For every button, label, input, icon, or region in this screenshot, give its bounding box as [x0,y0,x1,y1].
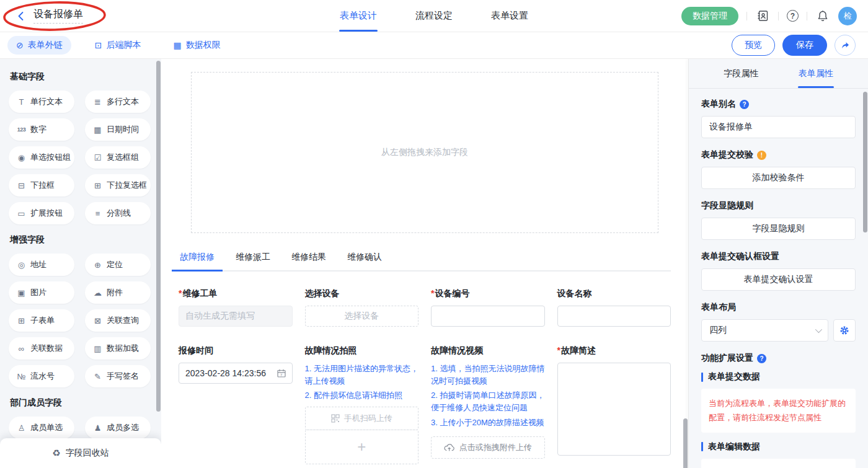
divider [746,12,747,20]
field-recycle-bin[interactable]: ♻ 字段回收站 [0,438,161,468]
tab-form-design[interactable]: 表单设计 [340,0,377,32]
tab-label: 表单设置 [491,10,528,22]
field-select-device[interactable]: 选择设备 选择设备 [305,288,419,327]
canvas-scrollbar[interactable] [683,418,688,468]
cloud-icon: ☁ [93,288,102,298]
field-repair-order[interactable]: *维修工单 自动生成无需填写 [179,288,293,327]
field-label: 设备名称 [557,288,671,299]
device-no-input[interactable] [431,306,545,327]
field-label: 报修时间 [179,345,293,356]
field-pill-subform[interactable]: ⊞子表单 [9,309,74,332]
submit-confirm-button[interactable]: 表单提交确认设置 [701,268,856,291]
pill-label: 单行文本 [30,96,63,107]
field-device-no[interactable]: *设备编号 [431,288,545,327]
field-pill-datetime[interactable]: ▦日期时间 [85,118,151,141]
field-pill-multi-dropdown[interactable]: ⊞下拉复选框 [85,174,151,196]
field-fault-photo[interactable]: 故障情况拍照 1. 无法用图片描述的异常状态，请上传视频 2. 配件损坏信息请详… [305,345,419,468]
help-question-icon[interactable]: ? [757,354,766,363]
add-photo-button[interactable]: + [305,430,419,464]
dropzone-hint: 从左侧拖拽来添加字段 [381,147,468,158]
notification-bell-icon[interactable] [815,9,830,24]
field-pill-single-text[interactable]: T单行文本 [9,91,74,113]
user-avatar[interactable]: 检 [838,7,857,25]
form-alias-input[interactable]: 设备报修单 [701,116,856,138]
field-pill-multi-text[interactable]: ≣多行文本 [85,91,151,113]
tab-field-properties[interactable]: 字段属性 [724,59,758,88]
page-title[interactable]: 设备报修单 [33,8,83,24]
pill-label: 附件 [107,287,123,298]
field-pill-divider[interactable]: ≡分割线 [85,202,151,224]
data-permission-icon: ▦ [173,40,181,50]
phone-scan-upload-label: 手机扫码上传 [344,413,392,424]
tab-repair-result[interactable]: 维修结果 [290,252,327,270]
visibility-rule-button[interactable]: 字段显隐规则 [701,218,856,240]
fault-desc-textarea[interactable] [557,363,671,456]
tab-flow-setting[interactable]: 流程设定 [415,0,453,32]
field-fault-desc[interactable]: *故障简述 [557,345,671,468]
field-pill-attachment[interactable]: ☁附件 [85,281,151,304]
pill-label: 扩展按钮 [30,208,63,219]
tab-repair-dispatch[interactable]: 维修派工 [234,252,272,270]
field-pill-relation-query[interactable]: ⊠关联查询 [85,309,151,332]
field-pill-locate[interactable]: ⊕定位 [85,254,151,276]
sidebar-scrollbar[interactable] [156,61,161,412]
panel-scrollbar[interactable] [863,92,867,232]
field-pill-member-single[interactable]: ♙成员单选 [9,417,74,439]
save-button[interactable]: 保存 [782,35,827,56]
device-name-input[interactable] [557,306,671,327]
form-layout-label: 表单布局 [701,302,856,313]
preview-button[interactable]: 预览 [732,35,775,56]
field-dropzone[interactable]: 从左侧拖拽来添加字段 [191,72,658,233]
field-pill-dropdown[interactable]: ⊟下拉框 [9,174,74,196]
add-check-condition-button[interactable]: 添加校验条件 [701,167,856,189]
select-device-button[interactable]: 选择设备 [305,306,419,327]
field-pill-relation-data[interactable]: ∞关联数据 [9,337,74,360]
recycle-label: 字段回收站 [66,448,109,459]
tab-label: 流程设定 [415,10,453,22]
section-title-enhanced-fields: 增强字段 [10,234,161,245]
field-fault-video[interactable]: 故障情况视频 1. 选填，当拍照无法说明故障情况时可拍摄视频 2. 拍摄时请简单… [431,345,545,468]
enhanced-fields-grid: ◎地址 ⊕定位 ▣图片 ☁附件 ⊞子表单 ⊠关联查询 ∞关联数据 ▥数据加载 №… [9,254,161,387]
field-pill-member-multi[interactable]: ♟成员多选 [85,417,151,439]
field-pill-data-load[interactable]: ▥数据加载 [85,337,151,360]
field-pill-checkbox-group[interactable]: ☑复选框组 [85,146,151,169]
tab-repair-confirm[interactable]: 维修确认 [346,252,383,270]
qr-code-icon [331,414,340,423]
tab-label: 字段属性 [724,68,758,79]
field-pill-number[interactable]: 123数字 [9,118,74,141]
field-pill-image[interactable]: ▣图片 [9,281,74,304]
calendar-icon: 7 [277,369,286,377]
visibility-rule-label: 字段显隐规则 [701,200,856,211]
back-button[interactable] [15,10,27,22]
attachment-upload-button[interactable]: 点击或拖拽附件上传 [431,436,545,459]
share-button[interactable] [835,35,856,56]
script-icon: ⊡ [95,40,102,50]
contact-book-icon[interactable] [755,9,770,24]
divider-lines-icon: ≡ [93,209,102,218]
tab-form-setting[interactable]: 表单设置 [491,0,528,32]
data-permission-button[interactable]: ▦ 数据权限 [164,36,229,55]
top-header: 设备报修单 表单设计 流程设定 表单设置 数据管理 ? 检 [0,0,868,32]
field-device-name[interactable]: 设备名称 [557,288,671,327]
repair-time-input[interactable]: 2023-02-28 14:23:56 7 [179,363,293,384]
link-label: 表单外链 [28,40,63,51]
data-manage-button[interactable]: 数据管理 [681,7,738,25]
pill-label: 定位 [107,259,123,270]
help-icon[interactable]: ? [787,10,799,22]
field-pill-signature[interactable]: ✎手写签名 [85,365,151,387]
layout-settings-button[interactable] [833,319,856,342]
field-pill-radio-group[interactable]: ◉单选按钮组 [9,146,74,169]
field-pill-extend-button[interactable]: ▭扩展按钮 [9,202,74,224]
backend-script-button[interactable]: ⊡ 后端脚本 [86,36,150,55]
field-repair-time[interactable]: 报修时间 2023-02-28 14:23:56 7 [179,345,293,468]
form-external-link-button[interactable]: ⊘ 表单外链 [7,36,71,55]
field-pill-serial-number[interactable]: №流水号 [9,365,74,387]
field-pill-address[interactable]: ◎地址 [9,254,74,276]
field-label: 选择设备 [305,288,419,299]
help-question-icon[interactable]: ? [740,100,749,109]
warning-icon[interactable]: ! [757,151,766,160]
phone-scan-upload-button[interactable]: 手机扫码上传 [305,407,419,430]
tab-form-properties[interactable]: 表单属性 [799,59,833,88]
form-layout-select[interactable]: 四列 [701,319,828,342]
tab-fault-report[interactable]: 故障报修 [179,252,216,270]
